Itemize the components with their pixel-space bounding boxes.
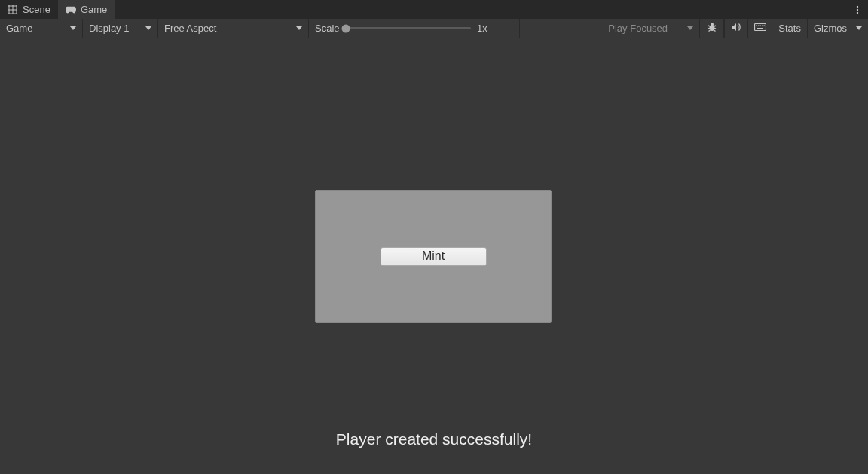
play-focused-dropdown[interactable]: Play Focused <box>602 19 700 38</box>
status-text: Player created successfully! <box>0 430 868 448</box>
play-focused-label: Play Focused <box>608 23 668 34</box>
svg-line-15 <box>708 30 710 32</box>
scale-control: Scale 1x <box>309 19 520 38</box>
svg-line-12 <box>714 26 716 26</box>
grid-icon <box>8 5 18 15</box>
svg-point-6 <box>857 5 858 7</box>
chevron-down-icon <box>70 26 76 30</box>
camera-dropdown-label: Game <box>6 23 32 34</box>
tab-scene-label: Scene <box>23 4 50 15</box>
stats-label: Stats <box>778 23 801 34</box>
game-toolbar: Game Display 1 Free Aspect Scale 1x Play… <box>0 19 868 38</box>
svg-line-13 <box>708 29 710 29</box>
tab-overflow-menu[interactable] <box>847 0 868 19</box>
chevron-down-icon <box>687 26 693 30</box>
svg-rect-19 <box>758 26 760 27</box>
speaker-icon <box>731 22 741 35</box>
ui-panel: Mint <box>315 190 552 323</box>
chevron-down-icon <box>296 26 302 30</box>
svg-line-11 <box>708 26 710 26</box>
chevron-down-icon <box>856 26 862 30</box>
scale-value: 1x <box>477 23 513 34</box>
svg-rect-18 <box>756 26 757 27</box>
gamepad-icon <box>66 5 76 15</box>
svg-rect-21 <box>762 26 763 27</box>
svg-rect-22 <box>763 26 765 27</box>
chevron-down-icon <box>145 26 151 30</box>
svg-point-8 <box>857 11 858 13</box>
input-debug-button[interactable] <box>748 19 772 38</box>
svg-rect-20 <box>760 26 761 27</box>
mute-audio-button[interactable] <box>724 19 748 38</box>
svg-line-16 <box>714 30 715 32</box>
game-viewport: Mint Player created successfully! <box>0 38 868 474</box>
display-dropdown[interactable]: Display 1 <box>83 19 158 38</box>
bug-icon <box>707 22 717 35</box>
mint-button[interactable]: Mint <box>381 247 487 266</box>
aspect-dropdown[interactable]: Free Aspect <box>158 19 309 38</box>
scale-slider[interactable] <box>346 23 471 34</box>
mint-button-label: Mint <box>422 249 445 263</box>
tab-scene[interactable]: Scene <box>0 0 58 19</box>
tab-bar: Scene Game <box>0 0 868 19</box>
tab-game-label: Game <box>81 4 107 15</box>
svg-point-10 <box>711 23 714 26</box>
svg-point-7 <box>857 8 858 10</box>
toolbar-spacer <box>520 19 602 38</box>
tab-game[interactable]: Game <box>58 0 115 19</box>
stats-button[interactable]: Stats <box>772 19 808 38</box>
scale-slider-thumb[interactable] <box>341 24 350 32</box>
scale-label: Scale <box>315 23 340 34</box>
svg-line-14 <box>714 29 716 29</box>
display-dropdown-label: Display 1 <box>89 23 129 34</box>
gizmos-dropdown[interactable]: Gizmos <box>808 19 868 38</box>
svg-rect-23 <box>757 28 763 29</box>
svg-rect-17 <box>754 24 766 31</box>
gizmos-label: Gizmos <box>814 23 847 34</box>
keyboard-icon <box>754 23 766 34</box>
aspect-dropdown-label: Free Aspect <box>164 23 216 34</box>
debug-button[interactable] <box>700 19 724 38</box>
camera-dropdown[interactable]: Game <box>0 19 83 38</box>
